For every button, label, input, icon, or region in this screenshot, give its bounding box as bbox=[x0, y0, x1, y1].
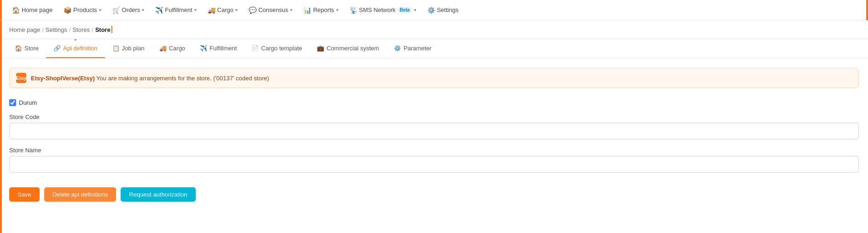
store-name-label: Store Name bbox=[9, 147, 859, 154]
request-authorization-button[interactable]: Request authorization bbox=[121, 187, 195, 202]
nav-homepage[interactable]: 🏠 Home page bbox=[7, 4, 57, 17]
tab-commercial-system[interactable]: 💼 Commercial system bbox=[309, 39, 386, 58]
tab-cargo[interactable]: 🚚 Cargo bbox=[152, 39, 192, 58]
tab-job-icon: 📋 bbox=[112, 45, 120, 52]
products-icon: 📦 bbox=[64, 6, 71, 14]
store-name-group: Store Name bbox=[9, 147, 859, 173]
nav-settings-label: Settings bbox=[437, 6, 459, 13]
cursor-indicator bbox=[111, 26, 112, 33]
button-row: Save Delete api definitions Request auth… bbox=[9, 180, 859, 205]
tab-parameter[interactable]: ⚙️ Parameter bbox=[386, 39, 439, 58]
consensus-chevron-icon: ▾ bbox=[290, 7, 292, 12]
alert-brand-name: Etsy-ShopIVerse(Etsy) bbox=[31, 75, 95, 82]
tab-job-plan[interactable]: 📋 Job plan bbox=[105, 39, 152, 58]
store-code-label: Store Code bbox=[9, 114, 859, 120]
orders-chevron-icon: ▾ bbox=[142, 7, 144, 12]
delete-api-definitions-button[interactable]: Delete api definitions bbox=[44, 187, 117, 202]
durum-row: Durum bbox=[9, 99, 859, 106]
sms-chevron-icon: ▾ bbox=[414, 7, 416, 12]
products-chevron-icon: ▾ bbox=[99, 7, 101, 12]
etsy-logo: Etsy bbox=[16, 73, 26, 83]
tab-cargo-icon: 🚚 bbox=[159, 45, 167, 52]
tab-cargo-template-icon: 📄 bbox=[251, 45, 259, 52]
nav-consensus[interactable]: 💬 Consensus ▾ bbox=[244, 4, 297, 17]
nav-sms-network[interactable]: 📡 SMS Network Beta ▾ bbox=[345, 4, 421, 17]
fulfillment-icon: ✈️ bbox=[155, 6, 163, 14]
nav-orders[interactable]: 🛒 Orders ▾ bbox=[108, 4, 149, 17]
tab-fulfillment[interactable]: ✈️ Fulfillment bbox=[192, 39, 244, 58]
tab-cargo-template-label: Cargo template bbox=[261, 45, 302, 52]
save-button[interactable]: Save bbox=[9, 187, 40, 202]
breadcrumb-sep-1: / bbox=[42, 26, 44, 33]
nav-products[interactable]: 📦 Products ▾ bbox=[59, 4, 105, 17]
breadcrumb-sep-2: / bbox=[69, 26, 71, 33]
cargo-chevron-icon: ▾ bbox=[235, 7, 238, 12]
tab-store-label: Store bbox=[24, 45, 39, 52]
reports-icon: 📊 bbox=[303, 6, 311, 14]
tab-parameter-icon: ⚙️ bbox=[394, 45, 401, 52]
sms-network-icon: 📡 bbox=[350, 6, 357, 14]
beta-badge: Beta bbox=[397, 7, 412, 13]
nav-fulfillment[interactable]: ✈️ Fulfillment ▾ bbox=[151, 4, 201, 17]
store-code-input[interactable] bbox=[9, 123, 859, 139]
durum-label[interactable]: Durum bbox=[19, 99, 37, 106]
tab-api-definition[interactable]: 🔗 Api definition bbox=[46, 39, 105, 58]
tab-commercial-icon: 💼 bbox=[317, 45, 324, 52]
tab-store[interactable]: 🏠 Store bbox=[7, 39, 46, 58]
nav-orders-label: Orders bbox=[122, 6, 140, 13]
reports-chevron-icon: ▾ bbox=[336, 7, 338, 12]
tab-api-icon: 🔗 bbox=[53, 45, 61, 52]
breadcrumb-stores[interactable]: Stores bbox=[72, 26, 90, 33]
tab-cargo-label: Cargo bbox=[169, 45, 185, 52]
breadcrumb: Home page / Settings / Stores / Store bbox=[0, 20, 868, 39]
nav-reports[interactable]: 📊 Reports ▾ bbox=[299, 4, 343, 17]
tab-fulfillment-icon: ✈️ bbox=[200, 45, 207, 52]
nav-settings[interactable]: ⚙️ Settings bbox=[423, 4, 463, 17]
tab-cargo-template[interactable]: 📄 Cargo template bbox=[244, 39, 309, 58]
nav-consensus-label: Consensus bbox=[258, 6, 288, 13]
nav-cargo-label: Cargo bbox=[217, 6, 233, 13]
nav-fulfillment-label: Fulfillment bbox=[165, 6, 192, 13]
fulfillment-chevron-icon: ▾ bbox=[194, 7, 197, 12]
nav-reports-label: Reports bbox=[313, 6, 334, 13]
alert-text: Etsy-ShopIVerse(Etsy) You are making arr… bbox=[31, 75, 269, 82]
breadcrumb-settings[interactable]: Settings bbox=[46, 26, 67, 33]
alert-banner: Etsy Etsy-ShopIVerse(Etsy) You are makin… bbox=[9, 68, 859, 88]
durum-checkbox[interactable] bbox=[9, 99, 16, 106]
settings-active-indicator bbox=[866, 0, 868, 20]
breadcrumb-sep-3: / bbox=[92, 26, 93, 33]
tab-store-icon: 🏠 bbox=[15, 45, 22, 52]
main-content: Etsy Etsy-ShopIVerse(Etsy) You are makin… bbox=[0, 59, 868, 216]
store-code-group: Store Code bbox=[9, 114, 859, 139]
tab-api-label: Api definition bbox=[63, 45, 97, 52]
nav-products-label: Products bbox=[73, 6, 97, 13]
cargo-icon: 🚚 bbox=[208, 6, 216, 14]
tab-commercial-label: Commercial system bbox=[326, 45, 379, 52]
tab-fulfillment-label: Fulfillment bbox=[210, 45, 237, 52]
orders-icon: 🛒 bbox=[112, 6, 120, 14]
nav-cargo[interactable]: 🚚 Cargo ▾ bbox=[203, 4, 242, 17]
nav-homepage-label: Home page bbox=[22, 6, 52, 13]
nav-sms-network-label: SMS Network bbox=[359, 6, 396, 13]
tab-active-bar bbox=[75, 39, 76, 41]
form-section: Durum Store Code Store Name Save Delete … bbox=[9, 97, 859, 207]
breadcrumb-current: Store bbox=[95, 26, 112, 33]
consensus-icon: 💬 bbox=[249, 6, 256, 14]
store-name-input[interactable] bbox=[9, 156, 859, 173]
top-nav: 🏠 Home page 📦 Products ▾ 🛒 Orders ▾ ✈️ F… bbox=[0, 0, 868, 20]
breadcrumb-homepage[interactable]: Home page bbox=[9, 26, 40, 33]
tab-parameter-label: Parameter bbox=[403, 45, 431, 52]
tab-bar: 🏠 Store 🔗 Api definition 📋 Job plan 🚚 Ca… bbox=[0, 39, 868, 59]
home-icon: 🏠 bbox=[12, 6, 20, 14]
tab-job-label: Job plan bbox=[122, 45, 145, 52]
alert-message: You are making arrangements for the stor… bbox=[95, 75, 269, 82]
settings-icon: ⚙️ bbox=[427, 6, 435, 14]
